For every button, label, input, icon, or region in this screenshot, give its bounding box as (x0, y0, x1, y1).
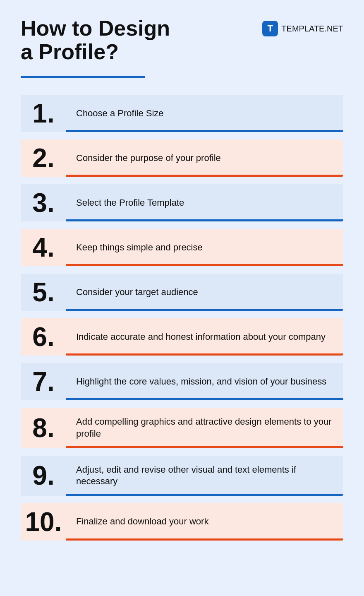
step-item-1: 1.Choose a Profile Size (21, 95, 343, 132)
step-number-box-1: 1. (21, 95, 66, 132)
page-header: How to Design a Profile? T TEMPLATE.NET (21, 17, 343, 64)
step-text-10: Finalize and download your work (66, 503, 343, 541)
step-item-5: 5.Consider your target audience (21, 274, 343, 311)
step-text-6: Indicate accurate and honest information… (66, 318, 343, 356)
step-item-2: 2.Consider the purpose of your profile (21, 139, 343, 177)
step-number-box-9: 9. (21, 456, 66, 496)
logo-letter: T (268, 23, 273, 34)
step-text-1: Choose a Profile Size (66, 95, 343, 132)
step-number-3: 3. (32, 187, 54, 218)
step-item-8: 8.Add compelling graphics and attractive… (21, 408, 343, 448)
step-number-10: 10. (25, 507, 62, 537)
step-number-box-3: 3. (21, 184, 66, 221)
step-text-4: Keep things simple and precise (66, 229, 343, 266)
step-text-9: Adjust, edit and revise other visual and… (66, 456, 343, 496)
logo-suffix: .NET (324, 24, 343, 33)
steps-list: 1.Choose a Profile Size2.Consider the pu… (21, 95, 343, 540)
step-number-2: 2. (32, 143, 54, 173)
logo-icon: T (262, 21, 278, 36)
step-number-5: 5. (32, 277, 54, 308)
step-number-7: 7. (32, 366, 54, 397)
title-divider (21, 76, 145, 78)
logo-text: TEMPLATE.NET (281, 24, 343, 34)
title-line1: How to Design (21, 16, 170, 40)
step-number-box-5: 5. (21, 274, 66, 311)
step-item-6: 6.Indicate accurate and honest informati… (21, 318, 343, 356)
step-text-3: Select the Profile Template (66, 184, 343, 221)
step-number-box-8: 8. (21, 408, 66, 448)
step-number-6: 6. (32, 322, 54, 352)
step-number-1: 1. (32, 98, 54, 129)
step-number-box-2: 2. (21, 139, 66, 177)
logo: T TEMPLATE.NET (262, 21, 343, 36)
step-number-box-10: 10. (21, 503, 66, 541)
logo-brand: TEMPLATE (281, 24, 324, 33)
page-title: How to Design a Profile? (21, 17, 170, 64)
step-number-4: 4. (32, 232, 54, 263)
step-item-9: 9.Adjust, edit and revise other visual a… (21, 456, 343, 496)
step-number-box-7: 7. (21, 363, 66, 400)
step-text-5: Consider your target audience (66, 274, 343, 311)
step-item-4: 4.Keep things simple and precise (21, 229, 343, 266)
step-text-8: Add compelling graphics and attractive d… (66, 408, 343, 448)
step-number-9: 9. (32, 460, 54, 491)
title-line2: a Profile? (21, 40, 119, 64)
step-number-box-4: 4. (21, 229, 66, 266)
step-item-7: 7.Highlight the core values, mission, an… (21, 363, 343, 400)
step-item-10: 10.Finalize and download your work (21, 503, 343, 541)
step-item-3: 3.Select the Profile Template (21, 184, 343, 221)
step-text-2: Consider the purpose of your profile (66, 139, 343, 177)
step-number-box-6: 6. (21, 318, 66, 356)
step-number-8: 8. (32, 413, 54, 443)
step-text-7: Highlight the core values, mission, and … (66, 363, 343, 400)
